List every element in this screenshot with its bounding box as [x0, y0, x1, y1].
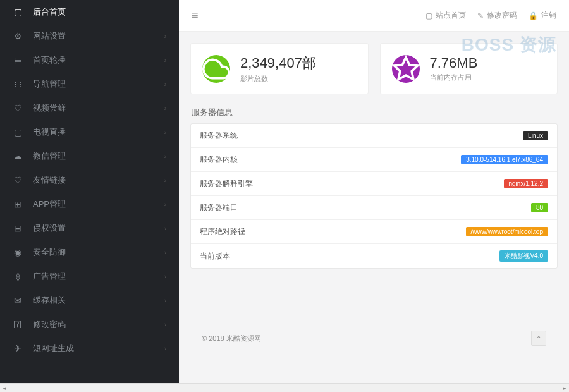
table-row: 服务器内核 3.10.0-514.16.1.el7.x86_64 [191, 148, 557, 172]
sidebar-item-carousel[interactable]: ▤ 首页轮播 › [0, 48, 179, 72]
sidebar-item-label: 侵权设置 [33, 223, 164, 234]
site-home-link[interactable]: ▢ 站点首页 [425, 10, 466, 21]
sidebar-item-password[interactable]: ⚿ 修改密码 › [0, 312, 179, 336]
section-title: 服务器信息 [190, 107, 558, 118]
status-badge: nginx/1.12.2 [504, 179, 549, 188]
table-row: 服务器解释引擎 nginx/1.12.2 [191, 172, 557, 196]
chevron-right-icon: › [164, 249, 166, 256]
chevron-up-icon: ⌃ [536, 335, 541, 342]
edit-icon: ✎ [477, 11, 484, 20]
server-info-table: 服务器系统 Linux 服务器内核 3.10.0-514.16.1.el7.x8… [190, 123, 558, 269]
cloud-icon [202, 55, 230, 83]
sidebar-item-label: 修改密码 [33, 319, 164, 330]
sidebar-item-label: 视频尝鲜 [33, 102, 164, 114]
gear-icon: ⚙ [13, 31, 23, 41]
stat-value: 2,349,407部 [240, 54, 316, 73]
info-label: 当前版本 [200, 251, 499, 262]
sidebar-item-site-settings[interactable]: ⚙ 网站设置 › [0, 24, 179, 48]
heart-icon: ♡ [13, 103, 23, 113]
scroll-left-arrow[interactable]: ◄ [0, 384, 9, 392]
chevron-right-icon: › [164, 273, 166, 280]
heart-outline-icon: ♡ [13, 175, 23, 185]
sidebar-item-label: 导航管理 [33, 78, 164, 90]
chevron-right-icon: › [164, 33, 166, 40]
sidebar-item-wechat[interactable]: ☁ 微信管理 › [0, 144, 179, 168]
chevron-right-icon: › [164, 225, 166, 232]
sidebar-item-app[interactable]: ⊞ APP管理 › [0, 192, 179, 216]
sidebar-item-label: 网站设置 [33, 30, 164, 42]
chevron-right-icon: › [164, 177, 166, 184]
eye-icon: ◉ [13, 247, 23, 257]
star-icon [392, 55, 420, 83]
topbar-link-label: 站点首页 [436, 10, 466, 21]
chat-icon: ☁ [13, 151, 23, 161]
sidebar-item-label: 安全防御 [33, 247, 164, 258]
horizontal-scrollbar[interactable]: ◄ ► [0, 383, 569, 392]
sidebar-item-label: 后台首页 [33, 6, 166, 18]
layers-icon: ▤ [13, 55, 23, 65]
chevron-right-icon: › [164, 129, 166, 136]
sidebar-item-ads[interactable]: ⟠ 广告管理 › [0, 264, 179, 288]
content-area: 2,349,407部 影片总数 7.76MB 当前内存占用 服务器信息 服务器系… [179, 32, 569, 369]
sidebar-item-shorturl[interactable]: ✈ 短网址生成 › [0, 336, 179, 360]
sidebar-item-cache[interactable]: ✉ 缓存相关 › [0, 288, 179, 312]
table-row: 服务器端口 80 [191, 196, 557, 220]
chevron-right-icon: › [164, 201, 166, 208]
lock-icon: 🔒 [529, 11, 538, 20]
sidebar-item-label: 首页轮播 [33, 54, 164, 66]
envelope-icon: ✉ [13, 295, 23, 305]
copyright-text: © 2018 米酷资源网 [202, 334, 261, 343]
chevron-right-icon: › [164, 345, 166, 352]
table-row: 程序绝对路径 /www/wwwroot/micool.top [191, 220, 557, 244]
sidebar-item-copyright[interactable]: ⊟ 侵权设置 › [0, 216, 179, 240]
sliders-icon: ⫶⫶ [13, 79, 23, 89]
megaphone-icon: ⟠ [13, 271, 23, 281]
stats-row: 2,349,407部 影片总数 7.76MB 当前内存占用 [190, 43, 558, 94]
sidebar-item-dashboard[interactable]: ▢ 后台首页 [0, 0, 179, 24]
status-badge: 米酷影视V4.0 [499, 250, 548, 262]
info-label: 服务器内核 [200, 154, 461, 165]
main-content: ≡ ▢ 站点首页 ✎ 修改密码 🔒 注销 BOSS 资源 2,349,407部 … [179, 0, 569, 392]
stat-label: 影片总数 [240, 74, 316, 83]
table-row: 服务器系统 Linux [191, 124, 557, 148]
topbar: ≡ ▢ 站点首页 ✎ 修改密码 🔒 注销 [179, 0, 569, 32]
sidebar-item-security[interactable]: ◉ 安全防御 › [0, 240, 179, 264]
sidebar-item-tv-live[interactable]: ▢ 电视直播 › [0, 120, 179, 144]
status-badge: /www/wwwroot/micool.top [466, 227, 548, 236]
sidebar-item-label: 微信管理 [33, 150, 164, 162]
info-label: 程序绝对路径 [200, 226, 466, 237]
status-badge: 3.10.0-514.16.1.el7.x86_64 [461, 155, 548, 164]
info-label: 服务器端口 [200, 202, 531, 213]
sidebar-item-video-preview[interactable]: ♡ 视频尝鲜 › [0, 96, 179, 120]
monitor-icon: ▢ [425, 11, 432, 20]
status-badge: 80 [531, 203, 548, 212]
sidebar-item-links[interactable]: ♡ 友情链接 › [0, 168, 179, 192]
stat-card-memory: 7.76MB 当前内存占用 [380, 43, 558, 94]
send-icon: ✈ [13, 343, 23, 353]
hamburger-icon[interactable]: ≡ [192, 9, 199, 22]
topbar-link-label: 修改密码 [487, 10, 517, 21]
chevron-right-icon: › [164, 297, 166, 304]
logout-link[interactable]: 🔒 注销 [529, 10, 556, 21]
chevron-right-icon: › [164, 81, 166, 88]
scroll-right-arrow[interactable]: ► [560, 384, 569, 392]
stat-label: 当前内存占用 [430, 73, 478, 82]
chevron-right-icon: › [164, 57, 166, 64]
change-password-link[interactable]: ✎ 修改密码 [477, 10, 517, 21]
truck-icon: ⊟ [13, 223, 23, 233]
scroll-top-button[interactable]: ⌃ [531, 331, 546, 346]
sidebar-item-label: 友情链接 [33, 175, 164, 186]
stat-card-movies: 2,349,407部 影片总数 [190, 43, 369, 94]
video-icon: ▢ [13, 127, 23, 137]
footer: © 2018 米酷资源网 ⌃ [190, 319, 558, 357]
topbar-link-label: 注销 [541, 10, 556, 21]
stat-value: 7.76MB [430, 55, 478, 71]
sidebar-item-label: APP管理 [33, 199, 164, 210]
lock-icon: ⚿ [13, 319, 23, 329]
table-row: 当前版本 米酷影视V4.0 [191, 244, 557, 268]
basket-icon: ⊞ [13, 199, 23, 209]
sidebar-item-label: 短网址生成 [33, 343, 164, 354]
chevron-right-icon: › [164, 105, 166, 112]
sidebar-item-navigation[interactable]: ⫶⫶ 导航管理 › [0, 72, 179, 96]
chevron-right-icon: › [164, 321, 166, 328]
